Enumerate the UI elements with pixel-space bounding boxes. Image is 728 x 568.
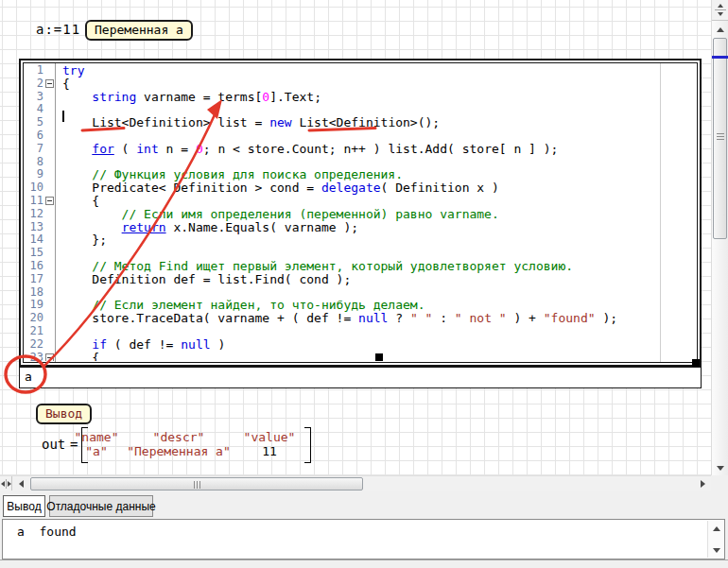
line-number: 13 xyxy=(24,221,43,234)
code-line[interactable]: 3 string varname = terms[0].Text; xyxy=(24,91,696,104)
line-number: 9 xyxy=(24,168,43,181)
code-line[interactable]: 22 if ( def != null ) xyxy=(24,338,696,352)
code-line[interactable]: 19 // Если элемент найден, то что-нибудь… xyxy=(24,299,696,312)
matrix-cell: "value" xyxy=(238,430,301,444)
code-editor-inner[interactable]: 1try2{3 string varname = terms[0].Text;4… xyxy=(23,62,698,363)
code-line[interactable]: 15 xyxy=(24,247,696,260)
output-matrix-region[interactable]: out = "name""descr""value""a""Переменная… xyxy=(38,425,317,465)
splitter-divider xyxy=(6,479,7,489)
scroll-left-icon xyxy=(19,480,24,488)
line-number: 14 xyxy=(24,233,43,247)
line-number: 16 xyxy=(24,260,43,273)
fold-column xyxy=(43,338,55,352)
fold-column xyxy=(43,64,55,77)
fold-column xyxy=(43,195,55,208)
region-parameter-value: a xyxy=(25,370,32,384)
fold-column xyxy=(43,103,55,116)
code-line[interactable]: 9 // Функция условия для поиска определе… xyxy=(24,168,696,181)
tab-output[interactable]: Вывод xyxy=(3,495,45,517)
line-number: 11 xyxy=(24,195,43,208)
line-number: 23 xyxy=(24,352,43,361)
code-lines[interactable]: 1try2{3 string varname = terms[0].Text;4… xyxy=(24,64,696,361)
definition-region-a[interactable]: a:=11 xyxy=(36,22,80,37)
code-text: { xyxy=(55,195,99,208)
code-line[interactable]: 2{ xyxy=(24,77,696,91)
console-scroll-down-button[interactable] xyxy=(708,542,724,558)
code-line[interactable]: 12 // Если имя определения (переменной) … xyxy=(24,208,696,221)
worksheet-canvas[interactable]: a:=11 Переменная a 1try2{3 string varnam… xyxy=(0,0,711,475)
fold-column xyxy=(43,325,55,338)
fold-minus-icon[interactable] xyxy=(45,79,54,88)
matrix-bracket-right xyxy=(304,427,311,463)
fold-minus-icon[interactable] xyxy=(45,197,54,205)
fold-minus-icon[interactable] xyxy=(45,353,54,361)
output-console[interactable]: a found xyxy=(2,519,725,559)
code-text: { xyxy=(55,352,99,361)
gutter-separator xyxy=(55,63,56,362)
matrix-row: "name""descr""value" xyxy=(74,430,301,444)
code-line[interactable]: 6 xyxy=(24,129,696,143)
code-line[interactable]: 21 xyxy=(24,325,696,338)
line-number: 12 xyxy=(24,208,43,221)
console-scroll-up-button[interactable] xyxy=(708,521,724,536)
code-line[interactable]: 1try xyxy=(24,64,696,77)
code-line[interactable]: 4 xyxy=(24,103,696,116)
thumb-grip-icon xyxy=(194,481,201,489)
scroll-down-button[interactable] xyxy=(712,460,728,475)
code-line[interactable]: 8 xyxy=(24,156,696,169)
scrollbar-corner xyxy=(711,475,728,491)
code-text: for ( int n = 0; n < store.Count; n++ ) … xyxy=(55,143,558,156)
line-number: 5 xyxy=(24,116,43,129)
fold-column xyxy=(43,91,55,104)
matrix-cell: "Переменная a" xyxy=(119,444,238,458)
console-scrollbar[interactable] xyxy=(707,521,723,558)
code-line[interactable]: 16 // Метод Find ищет первый элемент, ко… xyxy=(24,260,696,273)
code-text: store.TraceData( varname + ( def != null… xyxy=(55,312,617,325)
output-tag[interactable]: Вывод xyxy=(36,404,92,424)
code-line[interactable]: 11 { xyxy=(24,195,696,208)
fold-column xyxy=(43,312,55,325)
matrix-row: "a""Переменная a"11 xyxy=(74,444,301,458)
variable-description-tag[interactable]: Переменная a xyxy=(85,20,193,41)
code-line[interactable]: 14 }; xyxy=(24,233,696,247)
fold-column xyxy=(43,221,55,234)
vertical-scrollbar-thumb[interactable] xyxy=(713,38,727,239)
h-scrollbar-splitter-button[interactable] xyxy=(0,476,12,491)
definition-value: 11 xyxy=(62,22,80,37)
code-line[interactable]: 5 List<Definition> list = new List<Defin… xyxy=(24,116,696,129)
code-line[interactable]: 18 xyxy=(24,286,696,300)
region-parameter-field[interactable]: a xyxy=(19,367,702,388)
code-line[interactable]: 23 { xyxy=(24,352,696,361)
resize-handle-bottom[interactable] xyxy=(375,353,383,361)
fold-column xyxy=(43,181,55,195)
horizontal-scrollbar-thumb[interactable] xyxy=(30,477,363,491)
horizontal-scrollbar[interactable] xyxy=(0,475,711,491)
code-text: // Если элемент найден, то что-нибудь де… xyxy=(55,299,425,312)
fold-column xyxy=(43,299,55,312)
vertical-scrollbar[interactable] xyxy=(711,0,728,475)
scroll-left-button[interactable] xyxy=(13,476,28,491)
code-text: // Функция условия для поиска определени… xyxy=(55,168,403,181)
mini-right-icon xyxy=(8,481,11,487)
scrollbar-splitter-button[interactable] xyxy=(712,0,728,21)
line-number: 3 xyxy=(24,91,43,104)
console-text: a found xyxy=(17,525,77,539)
fold-column xyxy=(43,116,55,129)
scroll-right-button[interactable] xyxy=(696,476,710,491)
matrix-cell: "descr" xyxy=(119,430,238,444)
line-number: 10 xyxy=(24,181,43,195)
line-number: 15 xyxy=(24,247,43,260)
code-editor-region[interactable]: 1try2{3 string varname = terms[0].Text;4… xyxy=(19,59,702,367)
tab-debug-data[interactable]: Отладочные данные xyxy=(49,495,153,517)
code-line[interactable]: 20 store.TraceData( varname + ( def != n… xyxy=(24,312,696,325)
line-number: 1 xyxy=(24,64,43,77)
code-line[interactable]: 7 for ( int n = 0; n < store.Count; n++ … xyxy=(24,143,696,156)
line-number: 17 xyxy=(24,273,43,286)
code-line[interactable]: 10 Predicate< Definition > cond = delega… xyxy=(24,181,696,195)
code-line[interactable]: 17 Definition def = list.Find( cond ); xyxy=(24,273,696,286)
code-line[interactable]: 13 return x.Name.Equals( varname ); xyxy=(24,221,696,234)
scroll-up-button[interactable] xyxy=(712,22,728,37)
fold-column xyxy=(43,247,55,260)
assign-operator: := xyxy=(44,22,62,37)
resize-handle-corner[interactable] xyxy=(692,359,700,367)
